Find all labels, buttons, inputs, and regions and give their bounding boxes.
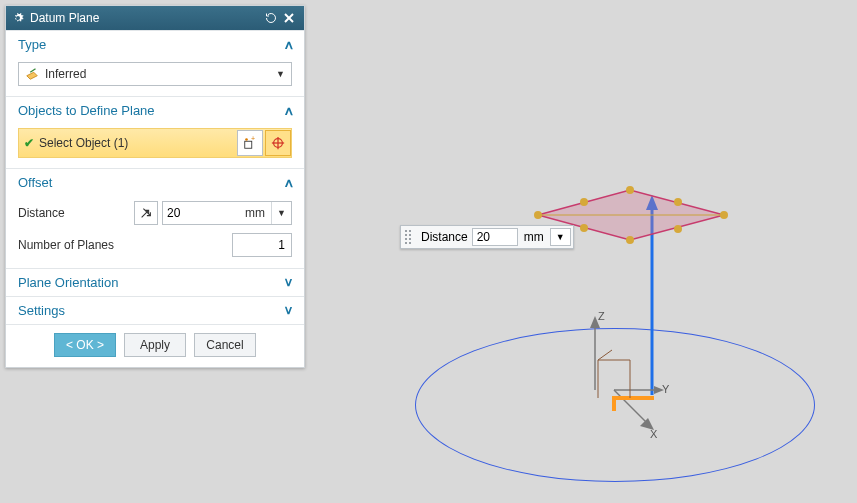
count-label: Number of Planes — [18, 238, 232, 252]
chevron-down-icon: ʌ — [285, 276, 292, 290]
section-orientation-label: Plane Orientation — [18, 275, 118, 290]
svg-text:+: + — [251, 136, 255, 142]
svg-point-11 — [626, 186, 634, 194]
check-icon: ✔ — [19, 136, 39, 150]
distance-unit: mm — [241, 206, 271, 220]
distance-unit-dropdown[interactable]: ▼ — [271, 202, 291, 224]
chevron-down-icon: ▼ — [274, 69, 287, 79]
count-input[interactable] — [232, 233, 292, 257]
distance-overlay[interactable]: Distance mm ▼ — [400, 225, 574, 249]
chevron-up-icon: ʌ — [285, 176, 293, 190]
section-settings-label: Settings — [18, 303, 65, 318]
close-button[interactable] — [280, 9, 298, 27]
reset-button[interactable] — [262, 9, 280, 27]
svg-point-14 — [580, 198, 588, 206]
svg-marker-7 — [590, 316, 600, 328]
svg-point-15 — [674, 198, 682, 206]
dialog-titlebar[interactable]: Datum Plane — [6, 6, 304, 30]
gear-icon — [12, 12, 24, 24]
svg-marker-1 — [646, 195, 658, 210]
section-settings-header[interactable]: Settings ʌ — [6, 297, 304, 324]
section-type-header[interactable]: Type ʌ — [6, 31, 304, 58]
overlay-distance-unit: mm — [518, 230, 550, 244]
svg-point-12 — [720, 211, 728, 219]
svg-point-16 — [580, 224, 588, 232]
section-orientation-header[interactable]: Plane Orientation ʌ — [6, 269, 304, 296]
apply-button[interactable]: Apply — [124, 333, 186, 357]
svg-line-24 — [30, 69, 35, 73]
svg-marker-23 — [27, 72, 38, 79]
section-offset: Offset ʌ Distance mm ▼ Number of — [6, 168, 304, 268]
svg-point-10 — [534, 211, 542, 219]
pick-target-button[interactable] — [265, 130, 291, 156]
cancel-button[interactable]: Cancel — [194, 333, 256, 357]
ok-button[interactable]: < OK > — [54, 333, 116, 357]
select-object-label: Select Object (1) — [39, 136, 235, 150]
dialog-title: Datum Plane — [30, 11, 262, 25]
dialog-footer: < OK > Apply Cancel — [6, 324, 304, 367]
svg-rect-25 — [245, 141, 252, 148]
distance-label: Distance — [18, 206, 134, 220]
chevron-up-icon: ʌ — [285, 104, 293, 118]
datum-plane-dialog: Datum Plane Type ʌ — [5, 5, 305, 368]
section-type: Type ʌ Inferred ▼ — [6, 30, 304, 96]
section-objects-label: Objects to Define Plane — [18, 103, 155, 118]
plane-icon — [25, 67, 41, 81]
flip-direction-button[interactable] — [134, 201, 158, 225]
type-dropdown[interactable]: Inferred ▼ — [18, 62, 292, 86]
svg-point-17 — [674, 225, 682, 233]
add-object-button[interactable]: + — [237, 130, 263, 156]
sketch-circle — [415, 328, 815, 482]
grip-icon[interactable] — [405, 230, 415, 244]
svg-point-27 — [245, 138, 248, 141]
select-object-row[interactable]: ✔ Select Object (1) + — [18, 128, 292, 158]
section-type-label: Type — [18, 37, 46, 52]
section-objects: Objects to Define Plane ʌ ✔ Select Objec… — [6, 96, 304, 168]
section-settings: Settings ʌ — [6, 296, 304, 324]
overlay-unit-dropdown[interactable]: ▼ — [550, 228, 571, 246]
section-offset-label: Offset — [18, 175, 52, 190]
overlay-distance-input[interactable] — [472, 228, 518, 246]
type-value: Inferred — [45, 67, 274, 81]
distance-input[interactable] — [163, 202, 241, 224]
chevron-up-icon: ʌ — [285, 38, 293, 52]
section-offset-header[interactable]: Offset ʌ — [6, 169, 304, 196]
section-objects-header[interactable]: Objects to Define Plane ʌ — [6, 97, 304, 124]
distance-input-group: mm ▼ — [162, 201, 292, 225]
section-orientation: Plane Orientation ʌ — [6, 268, 304, 296]
svg-point-13 — [626, 236, 634, 244]
svg-text:Z: Z — [598, 310, 605, 322]
chevron-down-icon: ʌ — [285, 304, 292, 318]
overlay-distance-label: Distance — [421, 230, 468, 244]
svg-line-31 — [142, 210, 149, 217]
